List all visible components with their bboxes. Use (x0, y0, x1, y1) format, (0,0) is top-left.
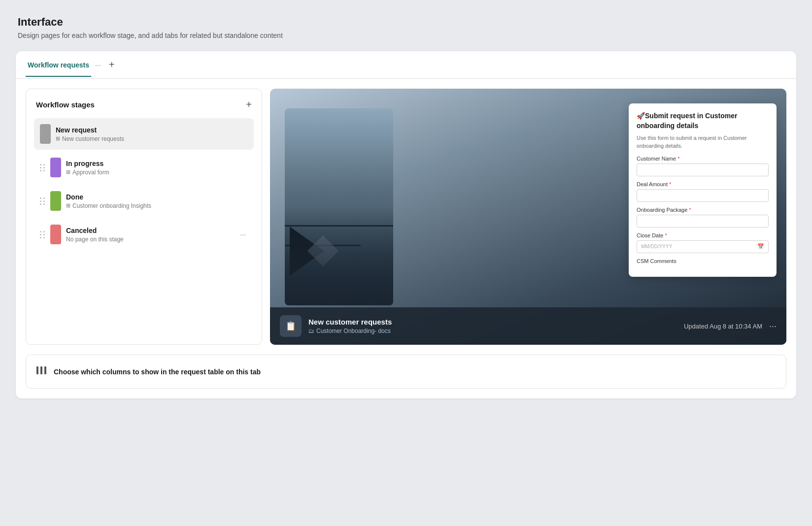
form-field-deal-amount: Deal Amount * (637, 181, 769, 202)
tab-add-button[interactable]: + (105, 51, 119, 78)
svg-rect-0 (36, 366, 38, 374)
page-icon: 📋 (285, 321, 296, 331)
stages-header: Workflow stages + (34, 99, 254, 110)
page-card-updated: Updated Aug 8 at 10:34 AM (684, 323, 762, 330)
preview-panel: 🚀Submit request in Customer onboarding d… (270, 89, 786, 345)
stage-info-new-request: New request ⊞ New customer requests (56, 126, 248, 142)
stage-item-in-progress[interactable]: In progress ⊞ Approval form (34, 152, 254, 183)
stage-more-button-canceled[interactable]: ··· (238, 229, 248, 240)
stage-name: Done (66, 193, 248, 201)
svg-rect-1 (40, 366, 42, 374)
required-mark: * (668, 181, 671, 187)
stages-panel: Workflow stages + New request ⊞ New cust… (26, 89, 262, 345)
tab-options-button[interactable]: ··· (93, 53, 103, 77)
stage-info-canceled: Canceled No page on this stage (66, 227, 233, 243)
columns-selector[interactable]: Choose which columns to show in the requ… (26, 355, 786, 389)
required-mark: * (663, 232, 667, 238)
required-mark: * (687, 207, 691, 213)
page-card-more-button[interactable]: ··· (769, 321, 777, 331)
columns-text: Choose which columns to show in the requ… (54, 368, 261, 376)
stage-sub: ⊞ Approval form (66, 169, 248, 176)
form-field-label: Close Date * (637, 232, 769, 238)
form-field-onboarding-package: Onboarding Package * (637, 207, 769, 228)
columns-icon (36, 365, 47, 378)
stage-sub-text: No page on this stage (66, 236, 124, 243)
docs-icon: 🗂 (308, 328, 314, 334)
page-card-info: New customer requests 🗂 Customer Onboard… (308, 318, 677, 334)
stage-name: In progress (66, 160, 248, 167)
calendar-icon: 📅 (757, 243, 764, 250)
form-title: 🚀Submit request in Customer onboarding d… (637, 111, 769, 131)
form-field-label: Deal Amount * (637, 181, 769, 187)
page-card: 📋 New customer requests 🗂 Customer Onboa… (270, 307, 786, 345)
page-header: Interface Design pages for each workflow… (16, 16, 796, 39)
label-text: CSM Comments (637, 258, 677, 264)
date-placeholder: MM/DD/YYYY (641, 244, 672, 249)
form-field-csm-comments: CSM Comments (637, 258, 769, 264)
stage-name: New request (56, 126, 248, 134)
main-card: Workflow requests ··· + Workflow stages … (16, 51, 796, 398)
form-preview-card: 🚀Submit request in Customer onboarding d… (629, 103, 777, 277)
svg-rect-2 (44, 366, 46, 374)
form-description: Use this form to submit a request in Cus… (637, 134, 769, 150)
stage-sub-text: New customer requests (62, 135, 124, 142)
stage-sub-text: Customer onboarding Insights (72, 202, 151, 209)
stage-color-done (50, 191, 61, 211)
drag-handle-done[interactable] (40, 197, 45, 205)
stage-sub-icon: ⊞ (66, 202, 70, 209)
stage-sub: ⊞ Customer onboarding Insights (66, 202, 248, 209)
tab-label: Workflow requests (28, 61, 89, 69)
stage-sub-text: Approval form (72, 169, 109, 176)
stage-sub-icon: ⊞ (56, 135, 60, 142)
stage-sub-icon: ⊞ (66, 169, 70, 175)
form-field-label: Onboarding Package * (637, 207, 769, 213)
stages-add-button[interactable]: + (246, 99, 252, 110)
stage-item-canceled[interactable]: Canceled No page on this stage ··· (34, 219, 254, 250)
stage-color-in-progress (50, 158, 61, 177)
tab-bar: Workflow requests ··· + (16, 51, 796, 79)
label-text: Customer Name (637, 156, 676, 162)
label-text: Onboarding Package (637, 207, 687, 213)
stages-title: Workflow stages (36, 100, 95, 109)
page-title: Interface (18, 16, 796, 29)
stage-item-new-request[interactable]: New request ⊞ New customer requests (34, 118, 254, 150)
label-text: Close Date (637, 232, 663, 238)
form-input-onboarding-package[interactable] (637, 215, 769, 228)
page-card-title: New customer requests (308, 318, 677, 326)
page-subtitle: Design pages for each workflow stage, an… (18, 32, 796, 39)
form-input-customer-name[interactable] (637, 164, 769, 176)
stage-name: Canceled (66, 227, 233, 234)
form-field-label: Customer Name * (637, 156, 769, 162)
form-input-close-date[interactable]: MM/DD/YYYY 📅 (637, 240, 769, 253)
stage-info-in-progress: In progress ⊞ Approval form (66, 160, 248, 176)
stage-info-done: Done ⊞ Customer onboarding Insights (66, 193, 248, 209)
stage-sub: ⊞ New customer requests (56, 135, 248, 142)
page-card-sub-text: Customer Onboarding- docs (316, 328, 391, 334)
drag-handle-canceled[interactable] (40, 231, 45, 238)
drag-handle-in-progress[interactable] (40, 164, 45, 171)
stage-sub: No page on this stage (66, 236, 233, 243)
form-field-close-date: Close Date * MM/DD/YYYY 📅 (637, 232, 769, 253)
tab-workflow-requests[interactable]: Workflow requests (26, 53, 91, 77)
form-field-customer-name: Customer Name * (637, 156, 769, 176)
required-mark: * (676, 156, 679, 162)
label-text: Deal Amount (637, 181, 668, 187)
page-card-subtitle: 🗂 Customer Onboarding- docs (308, 328, 677, 334)
preview-bg-image (285, 108, 393, 305)
form-input-deal-amount[interactable] (637, 189, 769, 202)
form-field-label: CSM Comments (637, 258, 769, 264)
content-area: Workflow stages + New request ⊞ New cust… (16, 79, 796, 355)
stage-item-done[interactable]: Done ⊞ Customer onboarding Insights (34, 185, 254, 217)
stage-color-canceled (50, 225, 61, 244)
stage-color-new-request (40, 124, 51, 144)
page-card-icon: 📋 (280, 315, 302, 337)
